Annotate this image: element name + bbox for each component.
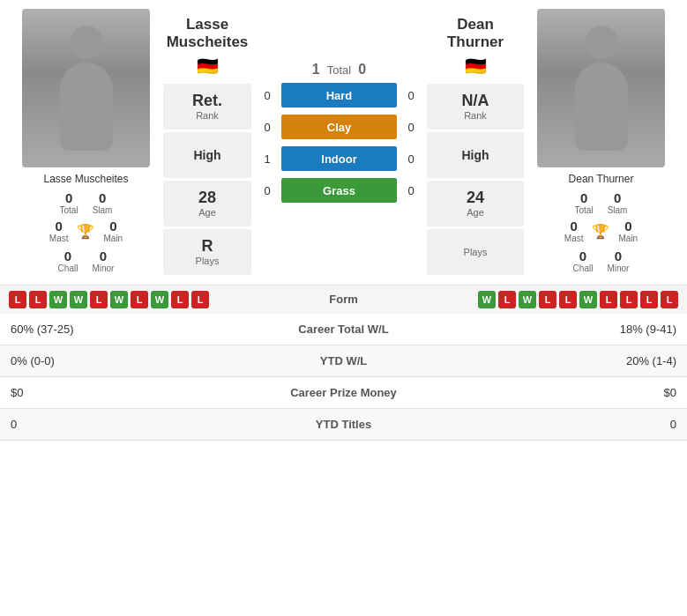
right-slam-stat: 0 Slam [608,190,628,215]
left-main-stat: 0 Main [103,219,123,243]
indoor-left-score: 1 [258,152,276,166]
left-chall-value: 0 [64,249,71,263]
right-age-value: 24 [467,189,484,207]
right-player-name: Dean Thurner [569,173,634,185]
right-total-stat: 0 Total [575,190,594,215]
left-rank-value: Ret. [192,92,222,110]
left-rank-block: Ret. Rank [163,84,251,130]
ytd-wl-label: YTD W/L [227,345,460,376]
right-plays-block: Plays [427,229,524,275]
total-right-score: 0 [358,62,366,78]
right-age-block: 24 Age [427,181,524,226]
form-right-l7: L [661,291,678,308]
right-main-label: Main [618,234,638,243]
left-stats-row1: 0 Total 0 Slam [60,190,113,215]
left-mast-value: 0 [55,219,62,234]
left-mast-stat: 0 Mast [49,219,69,243]
left-slam-label: Slam [93,205,113,215]
left-plays-label: Plays [196,256,220,266]
prize-money-right: $0 [460,376,687,408]
right-trophy-icon: 🏆 [592,223,609,240]
surfaces-container: 1 Total 0 0 Hard 0 0 Clay 0 [251,62,427,210]
form-right-l2: L [539,291,556,308]
right-chall-stat: 0 Chall [573,249,594,273]
hard-badge: Hard [281,83,397,108]
form-right-w1: W [478,291,496,308]
ytd-wl-right: 20% (1-4) [460,345,687,376]
left-main-value: 0 [109,219,116,234]
left-rank-label: Rank [196,110,219,121]
right-silhouette-head [585,26,618,59]
left-minor-value: 0 [100,249,107,263]
right-main-value: 0 [624,219,631,234]
left-high-value: High [193,148,220,162]
right-mast-stat: 0 Mast [564,219,584,243]
indoor-badge: Indoor [281,146,397,171]
total-row: 1 Total 0 [258,62,420,78]
form-right-w3: W [579,291,597,308]
clay-badge: Clay [281,115,397,139]
form-left-l2: L [29,291,47,308]
form-right-l6: L [640,291,658,308]
left-player-area: Lasse Muscheites 0 Total 0 Slam 0 Mast 🏆 [9,9,163,278]
form-left-w4: W [151,291,168,308]
left-minor-stat: 0 Minor [92,249,114,273]
right-high-value: High [461,148,489,162]
left-age-block: 28 Age [163,181,251,226]
main-container: Lasse Muscheites 0 Total 0 Slam 0 Mast 🏆 [0,0,687,441]
stats-row-prize-money: $0 Career Prize Money $0 [0,376,687,408]
right-slam-label: Slam [608,205,628,215]
ytd-wl-left: 0% (0-0) [0,345,227,376]
left-total-value: 0 [65,190,72,205]
left-high-block: High [163,132,251,178]
form-right-l4: L [600,291,617,308]
surface-row-clay: 0 Clay 0 [258,115,420,139]
left-main-label: Main [103,234,123,243]
career-total-right: 18% (9-41) [460,314,687,345]
right-slam-value: 0 [614,190,621,205]
right-chall-label: Chall [573,263,594,273]
indoor-right-score: 0 [402,152,420,166]
right-plays-label: Plays [464,247,488,257]
left-plays-value: R [202,237,213,256]
left-age-value: 28 [198,189,216,207]
form-left: L L W W L W L W L L [9,291,291,308]
stats-row-ytd-wl: 0% (0-0) YTD W/L 20% (1-4) [0,345,687,376]
right-stats-row1: 0 Total 0 Slam [575,190,628,215]
grass-badge: Grass [281,178,397,203]
middle-area: Lasse Muscheites 🇩🇪 Ret. Rank High 28 [163,9,524,278]
clay-right-score: 0 [402,121,420,134]
form-left-w1: W [49,291,67,308]
right-minor-value: 0 [615,249,622,263]
ytd-titles-right: 0 [460,408,687,440]
right-high-block: High [427,132,524,178]
form-right-l1: L [498,291,516,308]
career-total-left: 60% (37-25) [0,314,227,345]
form-right-l3: L [559,291,577,308]
left-flag: 🇩🇪 [197,56,219,77]
career-total-label: Career Total W/L [227,314,460,345]
stats-table: 60% (37-25) Career Total W/L 18% (9-41) … [0,314,687,441]
left-chall-label: Chall [58,263,78,273]
form-right-w2: W [519,291,536,308]
total-label: Total [327,63,351,77]
right-age-label: Age [467,207,484,218]
form-left-l4: L [131,291,148,308]
left-player-title: Lasse Muscheites [163,16,251,52]
stats-row-ytd-titles: 0 YTD Titles 0 [0,408,687,440]
form-right-l5: L [620,291,638,308]
form-left-l5: L [171,291,189,308]
right-rank-value: N/A [462,92,489,110]
form-left-l3: L [90,291,108,308]
right-stats-row3: 0 Chall 0 Minor [573,249,630,273]
right-player-title: Dean Thurner [427,16,524,52]
left-stats-row2: 0 Mast 🏆 0 Main [49,219,123,243]
left-silhouette-head [70,26,103,59]
total-left-score: 1 [312,62,320,78]
right-mast-value: 0 [570,219,577,234]
right-flag: 🇩🇪 [465,56,487,77]
right-rank-label: Rank [464,110,487,121]
surface-row-hard: 0 Hard 0 [258,83,420,108]
right-rank-block: N/A Rank [427,84,524,130]
left-stats-row3: 0 Chall 0 Minor [58,249,115,273]
